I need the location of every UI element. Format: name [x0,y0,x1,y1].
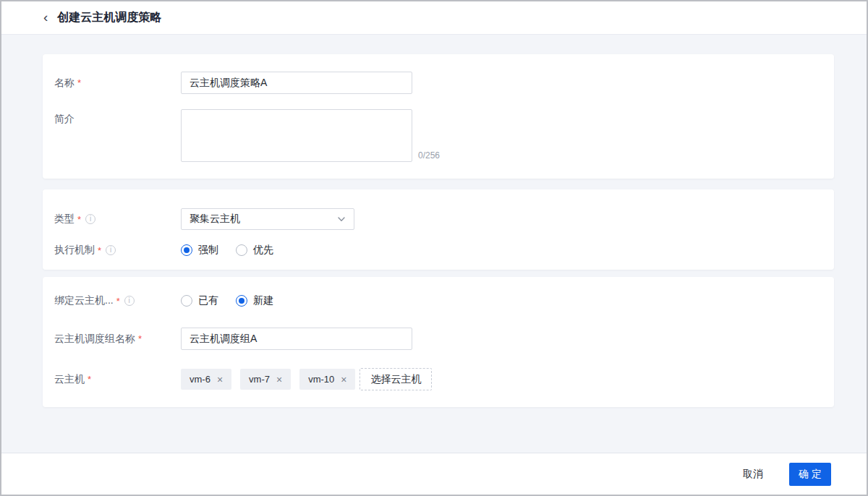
vms-label-col: 云主机 * [54,373,181,386]
radio-circle-icon [236,295,247,307]
remove-tag-icon[interactable]: × [276,375,282,385]
name-label: 名称 [54,77,75,90]
char-counter: 0/256 [418,150,440,162]
remove-tag-icon[interactable]: × [217,375,223,385]
required-asterisk: * [88,374,91,385]
form-row-name: 名称 * [54,72,817,94]
vm-tag: vm-7 × [240,369,291,390]
description-label: 简介 [54,113,75,126]
required-asterisk: * [138,333,142,344]
card-type-settings: 类型 * i 聚集云主机 执行机制 * i [43,189,834,270]
mechanism-label-col: 执行机制 * i [54,244,181,257]
page-title: 创建云主机调度策略 [57,10,161,25]
vms-label: 云主机 [54,373,85,386]
radio-existing[interactable]: 已有 [181,294,218,307]
radio-circle-icon [181,295,192,307]
type-label-col: 类型 * i [54,213,181,226]
info-icon[interactable]: i [124,296,135,306]
radio-label: 强制 [198,244,218,257]
required-asterisk: * [77,77,81,88]
vm-tag-list: vm-6 × vm-7 × vm-10 × 选择云主机 [181,368,432,390]
vm-tag-label: vm-6 [190,374,210,385]
form-content: 名称 * 简介 0/256 类型 * i [1,35,867,453]
mechanism-label: 执行机制 [54,244,95,257]
form-row-group-name: 云主机调度组名称 * [54,328,817,350]
required-asterisk: * [98,245,101,256]
radio-new[interactable]: 新建 [236,294,273,307]
bind-group-label-col: 绑定云主机... * i [54,294,181,307]
mechanism-radio-group: 强制 优先 [181,244,273,257]
radio-mandatory[interactable]: 强制 [181,244,218,257]
type-label: 类型 [54,213,75,226]
page-frame: ‹ 创建云主机调度策略 名称 * 简介 0/256 [0,0,868,496]
required-asterisk: * [116,296,120,307]
card-basic-info: 名称 * 简介 0/256 [43,54,834,179]
radio-circle-icon [181,244,192,256]
vm-tag: vm-10 × [299,369,355,390]
bind-group-radio-group: 已有 新建 [181,294,273,307]
remove-tag-icon[interactable]: × [341,375,346,385]
group-name-label-col: 云主机调度组名称 * [54,333,181,346]
confirm-button[interactable]: 确 定 [789,463,831,486]
radio-circle-icon [236,244,247,256]
form-row-description: 简介 0/256 [54,109,817,162]
group-name-input[interactable] [181,328,412,350]
page-header: ‹ 创建云主机调度策略 [1,1,867,35]
description-label-col: 简介 [54,109,181,126]
description-textarea[interactable] [181,109,412,162]
form-row-type: 类型 * i 聚集云主机 [54,208,817,230]
select-vm-button[interactable]: 选择云主机 [359,368,432,390]
group-name-label: 云主机调度组名称 [54,333,135,346]
info-icon[interactable]: i [85,214,95,224]
radio-preferred[interactable]: 优先 [236,244,273,257]
name-input[interactable] [181,72,412,94]
required-asterisk: * [77,214,81,225]
vm-tag: vm-6 × [181,369,231,390]
bind-group-label: 绑定云主机... [54,294,114,307]
chevron-down-icon [337,215,346,223]
footer-bar: 取消 确 定 [1,453,867,495]
name-label-col: 名称 * [54,77,181,90]
cancel-button[interactable]: 取消 [737,463,769,485]
vm-tag-label: vm-7 [249,374,270,385]
card-vm-group-binding: 绑定云主机... * i 已有 新建 云主机调度组 [43,277,834,407]
back-chevron-icon[interactable]: ‹ [43,10,48,24]
form-row-mechanism: 执行机制 * i 强制 优先 [54,244,817,257]
radio-label: 新建 [253,294,273,307]
radio-label: 优先 [253,244,273,257]
type-select[interactable]: 聚集云主机 [181,208,354,230]
radio-label: 已有 [198,294,218,307]
info-icon[interactable]: i [106,245,116,255]
type-select-value: 聚集云主机 [190,213,240,226]
vm-tag-label: vm-10 [308,374,334,385]
form-row-bind-group: 绑定云主机... * i 已有 新建 [54,294,817,307]
form-row-vms: 云主机 * vm-6 × vm-7 × vm-10 × [54,368,817,390]
